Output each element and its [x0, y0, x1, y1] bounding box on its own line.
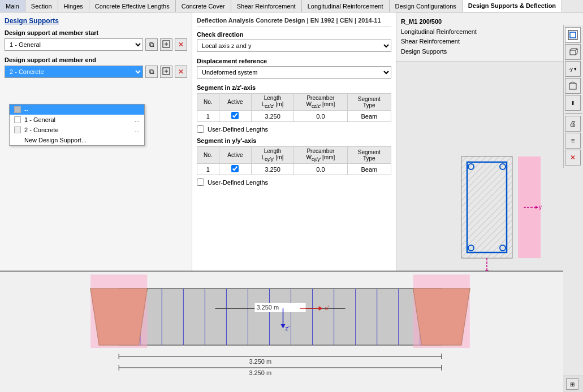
tab-section[interactable]: Section	[25, 0, 58, 12]
deflection-analysis-title: Deflection Analysis	[197, 17, 254, 24]
cell-no-yy-1: 1	[197, 164, 219, 175]
list-icon: ≡	[571, 137, 575, 145]
new-icon	[162, 40, 170, 50]
right-toolbar: -y ▾ ⬆ 🖨 ≡ ✕	[563, 25, 583, 168]
menu-item-dash-label: --	[24, 106, 28, 113]
view-isometric-btn[interactable]	[565, 78, 581, 94]
col-type-yy: SegmentType	[347, 147, 391, 164]
x-prime-label: x'	[325, 304, 330, 311]
table-row: 1 3.250 0.0 Beam	[197, 111, 391, 122]
end-label: Design support at member end	[5, 56, 187, 63]
beam-length-label: 3.250 m	[256, 304, 279, 311]
tab-concrete-cover[interactable]: Concrete Cover	[176, 0, 231, 12]
displacement-ref-section: Displacement reference Undeformed system…	[197, 58, 391, 79]
main-area: Design Supports Design support at member…	[0, 12, 583, 392]
start-copy-btn[interactable]: ⧉	[145, 38, 158, 51]
expand-right-btn[interactable]: ⊞	[566, 378, 578, 390]
copy-icon-2: ⧉	[149, 68, 154, 76]
view-arrow-btn[interactable]: ⬆	[565, 95, 581, 111]
cell-no-zz-1: 1	[197, 111, 219, 122]
svg-rect-52	[570, 50, 576, 55]
checkbox-active-zz-1[interactable]	[231, 112, 239, 119]
cell-precamber-zz-1: 0.0	[294, 111, 347, 122]
user-defined-yy-checkbox[interactable]	[197, 178, 204, 186]
menu-item-1-dots: ...	[135, 116, 140, 123]
yz-icon: -y ▾	[569, 66, 577, 72]
concrete-design-info: Concrete Design | EN 1992 | CEN | 2014-1…	[256, 17, 381, 24]
col-length-yy: LengthLcy/y' [m]	[251, 147, 293, 164]
start-dropdown-row: 1 - General ⧉ ✕	[5, 38, 187, 51]
start-delete-btn[interactable]: ✕	[175, 38, 187, 51]
x-icon: ✕	[570, 154, 576, 162]
menu-item-dash[interactable]: --	[10, 104, 144, 115]
end-delete-btn[interactable]: ✕	[175, 66, 187, 78]
col-no-yy: No.	[197, 147, 219, 164]
top-navigation: Main Section Hinges Concrete Effective L…	[0, 0, 583, 12]
segment-zz-title: Segment in z/z'-axis	[197, 84, 391, 91]
toolbar-separator	[565, 113, 582, 114]
user-defined-zz-checkbox[interactable]	[197, 125, 204, 133]
check-direction-section: Check direction Local axis z and y Local…	[197, 31, 391, 52]
col-length-zz: LengthLcz/z' [m]	[251, 94, 293, 111]
menu-item-2-concrete[interactable]: 2 - Concrete ...	[10, 125, 144, 135]
menu-item-1-label: 1 - General	[24, 116, 55, 123]
cell-length-zz-1: 3.250	[251, 111, 293, 122]
user-defined-zz-label: User-Defined Lengths	[208, 126, 268, 133]
view-3d-btn[interactable]	[565, 44, 581, 60]
svg-rect-18	[119, 289, 442, 345]
col-active-yy: Active	[219, 147, 251, 164]
menu-item-2-label: 2 - Concrete	[24, 127, 59, 133]
menu-item-new-design-support[interactable]: New Design Support...	[10, 135, 144, 145]
svg-rect-35	[90, 275, 147, 348]
start-dropdown[interactable]: 1 - General	[5, 38, 143, 51]
start-label: Design support at member start	[5, 29, 187, 36]
start-new-btn[interactable]	[160, 38, 172, 51]
menu-item-1-general[interactable]: 1 - General ...	[10, 115, 144, 125]
displacement-ref-dropdown[interactable]: Undeformed system Deformed system	[197, 66, 391, 79]
checkbox-active-yy-1[interactable]	[231, 165, 239, 172]
tab-concrete-eff-lengths[interactable]: Concrete Effective Lengths	[89, 0, 176, 12]
view-yz-btn[interactable]: -y ▾	[565, 61, 581, 77]
cell-active-yy-1[interactable]	[219, 164, 251, 175]
menu-item-new-label: New Design Support...	[24, 137, 87, 143]
end-dropdown[interactable]: 2 - Concrete	[5, 66, 143, 78]
beam-svg: 3.250 m x' z' 3.250 m 3.250 m	[0, 272, 563, 392]
tab-design-supports-deflection[interactable]: Design Supports & Deflection	[463, 0, 562, 12]
svg-rect-7	[461, 156, 512, 258]
tab-main[interactable]: Main	[0, 0, 25, 12]
color-box-2	[14, 127, 21, 133]
end-copy-btn[interactable]: ⧉	[145, 66, 158, 78]
print-btn[interactable]: 🖨	[565, 116, 581, 132]
delete-icon: ✕	[178, 41, 184, 49]
y-axis-label: y	[539, 204, 542, 210]
tab-longitudinal-reinforcement[interactable]: Longitudinal Reinforcement	[302, 0, 390, 12]
tab-shear-reinforcement[interactable]: Shear Reinforcement	[231, 0, 302, 12]
arrow-icon: ⬆	[571, 100, 575, 106]
cell-length-yy-1: 3.250	[251, 164, 293, 175]
end-new-btn[interactable]	[160, 66, 172, 78]
cross-section-icon[interactable]	[565, 27, 581, 43]
user-defined-yy-row: User-Defined Lengths	[197, 178, 391, 186]
copy-icon: ⧉	[149, 41, 154, 49]
segment-yy-title: Segment in y/y'-axis	[197, 137, 391, 144]
cell-active-zz-1[interactable]	[219, 111, 251, 122]
table-row: 1 3.250 0.0 Beam	[197, 164, 391, 175]
col-precamber-yy: PrecamberWcy/y' [mm]	[294, 147, 347, 164]
tab-design-configurations[interactable]: Design Configurations	[390, 0, 463, 12]
info-longitudinal: Longitudinal Reinforcement	[401, 27, 578, 37]
close-btn[interactable]: ✕	[565, 150, 581, 165]
color-box-dash	[14, 106, 21, 113]
panel-title: Design Supports	[5, 17, 187, 25]
tab-hinges[interactable]: Hinges	[58, 0, 89, 12]
check-direction-dropdown-wrapper: Local axis z and y Local axis z Local ax…	[197, 40, 391, 52]
delete-icon-2: ✕	[178, 68, 184, 76]
cell-type-zz-1: Beam	[347, 111, 391, 122]
check-direction-dropdown[interactable]: Local axis z and y Local axis z Local ax…	[197, 40, 391, 52]
dropdown-menu: -- 1 - General ... 2 - Concrete ... New …	[9, 104, 145, 146]
segment-yy-table: No. Active LengthLcy/y' [m] PrecamberWcy…	[197, 146, 391, 175]
list-btn[interactable]: ≡	[565, 133, 581, 149]
right-info: R_M1 200/500 Longitudinal Reinforcement …	[396, 12, 583, 62]
dim-label-1: 3.250 m	[249, 358, 271, 365]
col-type-zz: SegmentType	[347, 94, 391, 111]
middle-header: Deflection Analysis Concrete Design | EN…	[197, 17, 391, 27]
